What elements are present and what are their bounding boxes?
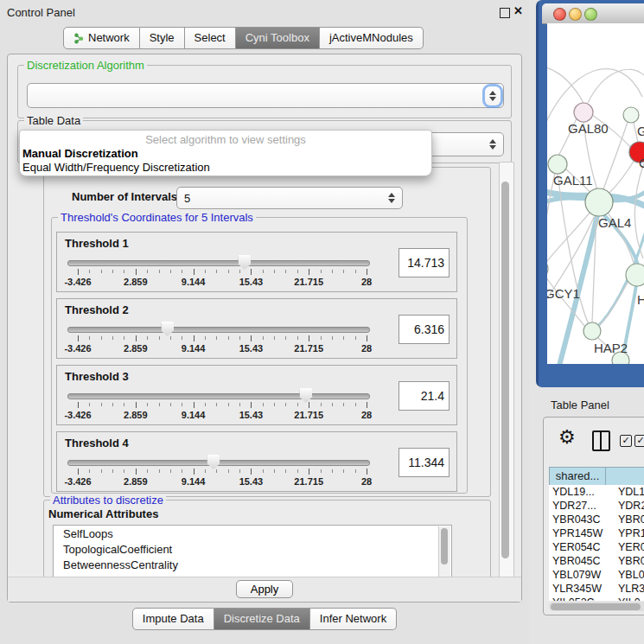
threshold-label: Threshold 3	[65, 370, 129, 383]
slider-major-tick	[367, 335, 367, 341]
network-window-titlebar[interactable]	[542, 3, 644, 24]
dropdown-option-equal-width-frequency[interactable]: Equal Width/Frequency Discretization	[22, 161, 210, 174]
checkbox-icon[interactable]: ✓	[620, 435, 632, 447]
column-header-shared[interactable]: shared...	[549, 467, 606, 486]
network-node[interactable]	[626, 264, 644, 286]
split-view-icon[interactable]	[592, 430, 610, 451]
table-cell: YBR0	[606, 513, 644, 526]
num-intervals-combobox[interactable]: 5	[176, 187, 403, 209]
slider-tick-label: 15.43	[239, 410, 264, 420]
slider-major-tick	[78, 469, 79, 475]
table-cell: YBR045C	[549, 554, 606, 568]
table-row[interactable]: YLR345WYLR3	[549, 582, 644, 596]
network-edge	[588, 69, 644, 103]
dropdown-option-manual-discretization[interactable]: Manual Discretization	[22, 147, 138, 160]
threshold-slider-4[interactable]: -3.4262.8599.14415.4321.71528	[78, 453, 367, 489]
stepper-icon[interactable]	[485, 86, 501, 105]
tab-network[interactable]: Network	[63, 27, 140, 49]
attribute-list-item[interactable]: TopologicalCoefficient	[54, 541, 451, 557]
network-node[interactable]	[574, 103, 593, 122]
table-panel-title: Table Panel	[551, 399, 609, 411]
table-row[interactable]: YBR045CYBR0	[549, 554, 644, 568]
tab-style[interactable]: Style	[140, 27, 185, 49]
network-node[interactable]	[583, 322, 601, 340]
attribute-list-item[interactable]: SelfLoops	[54, 526, 451, 541]
panel-scrollbar[interactable]	[499, 162, 514, 578]
gear-icon[interactable]: ⚙	[558, 426, 576, 449]
network-node-label: G	[637, 124, 644, 138]
table-row[interactable]: YBR043CYBR0	[549, 513, 644, 526]
table-row[interactable]: YBL079WYBL0	[549, 568, 644, 582]
stepper-icon[interactable]	[485, 139, 501, 150]
table-cell: YBL0	[606, 568, 644, 582]
table-hscrollbar-thumb[interactable]	[551, 603, 641, 610]
tab-jactivemnodules[interactable]: jActiveMNodules	[320, 27, 424, 49]
slider-major-tick	[136, 469, 137, 475]
slider-major-tick	[78, 269, 79, 275]
network-node[interactable]	[548, 155, 567, 174]
slider-major-tick	[136, 402, 137, 408]
threshold-value-field[interactable]: 14.713	[399, 248, 450, 277]
slider-tick-label: 28	[361, 343, 372, 354]
list-scrollbar-thumb[interactable]	[441, 528, 448, 564]
tab-label: Discretize Data	[224, 609, 300, 629]
close-icon[interactable]: ✕	[513, 4, 523, 17]
slider-tick-label: 15.43	[239, 277, 264, 287]
slider-major-tick	[367, 402, 367, 408]
slider-major-tick	[367, 269, 367, 275]
stepper-icon[interactable]	[384, 193, 399, 203]
slider-tick-label: 28	[361, 410, 372, 420]
float-window-icon[interactable]	[500, 8, 510, 18]
network-node[interactable]	[623, 107, 639, 123]
tab-discretize-data[interactable]: Discretize Data	[214, 608, 310, 630]
table-panel: ⚙ ✓ ✓ shared... na YDL19...YDL1YDR27...Y…	[543, 417, 644, 615]
threshold-value-field[interactable]: 21.4	[399, 381, 450, 411]
algorithm-group: Discretization Algorithm	[17, 65, 512, 118]
threshold-slider-2[interactable]: -3.4262.8599.14415.4321.71528	[78, 320, 367, 356]
attribute-list-item[interactable]: BetweennessCentrality	[54, 557, 451, 572]
threshold-slider-3[interactable]: -3.4262.8599.14415.4321.71528	[78, 386, 367, 423]
table-row[interactable]: YDR27...YDR2	[549, 499, 644, 513]
table-row[interactable]: YDL19...YDL1	[549, 485, 644, 499]
slider-major-tick	[251, 469, 252, 475]
table-row[interactable]: YER054CYER0	[549, 540, 644, 554]
network-node[interactable]	[585, 188, 613, 216]
tab-cyni-toolbox[interactable]: Cyni Toolbox	[236, 27, 320, 49]
attributes-legend: Attributes to discretize	[50, 494, 166, 507]
panel-scrollbar-thumb[interactable]	[501, 182, 509, 558]
slider-major-tick	[136, 335, 137, 341]
slider-ticks: -3.4262.8599.14415.4321.71528	[78, 453, 367, 489]
slider-tick-label: 28	[361, 476, 372, 487]
close-traffic-light-icon[interactable]	[553, 8, 566, 21]
tab-infer-network[interactable]: Infer Network	[310, 608, 397, 630]
dropdown-placeholder: Select algorithm to view settings	[20, 133, 431, 146]
table-hscrollbar[interactable]	[549, 602, 644, 611]
apply-button[interactable]: Apply	[236, 580, 293, 598]
column-header-name[interactable]: na	[605, 467, 644, 486]
slider-major-tick	[309, 269, 309, 275]
arrow-up-icon	[489, 91, 496, 95]
slider-tick-label: 15.43	[239, 476, 264, 487]
algorithm-dropdown-popup: Select algorithm to view settings Manual…	[19, 130, 432, 176]
network-icon	[73, 33, 85, 44]
network-node-label: GAL80	[568, 121, 609, 136]
table-cell: YDR2	[606, 499, 644, 513]
tab-impute-data[interactable]: Impute Data	[132, 608, 214, 630]
table-row[interactable]: YIL052CYIL0	[549, 596, 644, 601]
network-edge	[547, 67, 583, 103]
minimize-traffic-light-icon[interactable]	[569, 8, 582, 21]
table-row[interactable]: YPR145WYPR1	[549, 526, 644, 540]
network-canvas[interactable]: GAL80 G C GAL11 GAL4 GCY1 H HAP2	[547, 23, 644, 364]
threshold-slider-1[interactable]: -3.4262.8599.14415.4321.71528	[78, 253, 367, 290]
algorithm-combobox[interactable]	[27, 83, 504, 108]
table-cell: YBR0	[606, 554, 644, 568]
zoom-traffic-light-icon[interactable]	[584, 8, 597, 21]
checkbox-icon[interactable]: ✓	[634, 435, 644, 447]
tab-select[interactable]: Select	[185, 27, 236, 49]
threshold-value-field[interactable]: 11.344	[399, 448, 450, 477]
slider-major-tick	[309, 469, 309, 475]
table-data-legend: Table Data	[24, 114, 83, 127]
slider-major-tick	[309, 402, 309, 408]
threshold-value-field[interactable]: 6.316	[399, 315, 450, 344]
network-node[interactable]	[547, 259, 548, 278]
